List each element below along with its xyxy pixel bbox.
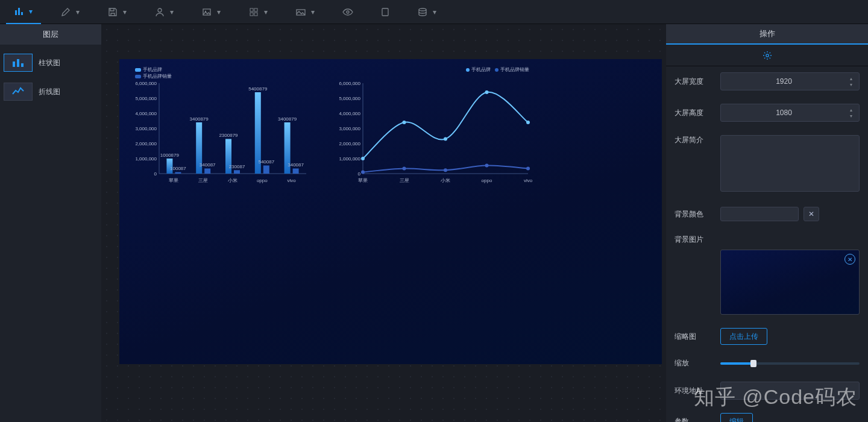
- svg-text:oppo: oppo: [482, 178, 492, 183]
- bar-chart-icon: [4, 54, 33, 72]
- svg-text:340087: 340087: [200, 162, 216, 168]
- image-icon: [201, 7, 212, 17]
- zoom-slider[interactable]: [720, 362, 860, 365]
- chevron-down-icon: ▾: [263, 9, 269, 15]
- layer-item-bar[interactable]: 柱状图: [4, 49, 98, 76]
- picture-icon: [295, 7, 306, 17]
- grid-icon: [248, 7, 259, 17]
- svg-rect-33: [204, 168, 210, 174]
- svg-rect-4: [203, 9, 210, 15]
- chevron-down-icon: ▾: [28, 8, 34, 14]
- svg-point-67: [444, 137, 447, 140]
- pen-icon: [60, 7, 71, 17]
- line-chart-icon: [4, 83, 33, 101]
- user-icon: [154, 7, 165, 17]
- svg-point-13: [419, 8, 426, 11]
- dashboard-screen[interactable]: 手机品牌 手机品牌销量 01,000,0002,000,0003,000,000…: [119, 59, 662, 364]
- bgcolor-clear-button[interactable]: ✕: [804, 207, 819, 221]
- chevron-down-icon: ▾: [169, 9, 175, 15]
- svg-text:vivo: vivo: [287, 178, 296, 183]
- chevron-down-icon: ▾: [310, 9, 316, 15]
- svg-point-73: [485, 163, 489, 167]
- svg-point-65: [361, 157, 365, 160]
- layer-item-line[interactable]: 折线图: [4, 78, 98, 105]
- canvas-area[interactable]: 手机品牌 手机品牌销量 01,000,0002,000,0003,000,000…: [101, 24, 666, 422]
- height-field[interactable]: [721, 109, 847, 117]
- toolbar-preview-button[interactable]: [335, 0, 360, 24]
- chevron-down-icon: ▾: [432, 9, 438, 15]
- toolbar-device-button[interactable]: [373, 0, 398, 24]
- gear-icon[interactable]: [763, 51, 772, 60]
- svg-point-69: [526, 121, 530, 124]
- step-up-icon[interactable]: ▴: [847, 107, 855, 113]
- top-toolbar: ▾ ▾ ▾ ▾ ▾ ▾ ▾ ▾: [0, 0, 868, 24]
- line-chart-widget[interactable]: 手机品牌 手机品牌销量 01,000,0002,000,0003,000,000…: [330, 65, 535, 186]
- database-icon: [417, 7, 428, 17]
- svg-rect-2: [21, 12, 23, 15]
- svg-rect-1: [18, 8, 20, 15]
- toolbar-image-button[interactable]: ▾: [194, 0, 229, 24]
- svg-text:oppo: oppo: [257, 178, 268, 183]
- svg-text:3,000,000: 3,000,000: [135, 126, 157, 131]
- svg-text:4,000,000: 4,000,000: [135, 111, 157, 116]
- toolbar-db-button[interactable]: ▾: [410, 0, 445, 24]
- svg-text:3400879: 3400879: [278, 116, 297, 122]
- svg-rect-48: [293, 168, 299, 174]
- upload-thumb-button[interactable]: 点击上传: [720, 328, 767, 345]
- height-input[interactable]: ▴▾: [720, 104, 860, 122]
- svg-rect-7: [254, 8, 257, 11]
- close-icon: ✕: [808, 210, 814, 218]
- svg-rect-38: [234, 170, 240, 174]
- svg-text:0: 0: [358, 171, 361, 177]
- prop-bgcolor-label: 背景颜色: [675, 209, 720, 219]
- toolbar-chart-button[interactable]: ▾: [6, 0, 41, 24]
- svg-rect-6: [250, 8, 253, 11]
- svg-text:三星: 三星: [400, 178, 409, 183]
- toolbar-picture-button[interactable]: ▾: [288, 0, 323, 24]
- prop-width-label: 大屏宽度: [675, 77, 720, 87]
- width-input[interactable]: ▴▾: [720, 72, 860, 90]
- step-up-icon[interactable]: ▴: [847, 75, 855, 81]
- zoom-slider-knob[interactable]: [750, 360, 756, 367]
- svg-text:540087: 540087: [258, 159, 274, 165]
- svg-point-3: [158, 8, 162, 12]
- env-input[interactable]: [720, 382, 860, 400]
- device-icon: [380, 7, 391, 17]
- layer-item-label: 折线图: [39, 87, 60, 97]
- toolbar-user-button[interactable]: ▾: [147, 0, 182, 24]
- svg-rect-0: [15, 10, 17, 15]
- toolbar-save-button[interactable]: ▾: [100, 0, 135, 24]
- svg-rect-9: [254, 13, 257, 16]
- param-edit-button[interactable]: 编辑: [720, 413, 753, 422]
- svg-text:苹果: 苹果: [358, 178, 368, 183]
- svg-point-74: [526, 166, 530, 170]
- svg-text:2300879: 2300879: [219, 133, 238, 138]
- chart-legend: 手机品牌 手机品牌销量: [466, 66, 529, 73]
- bgcolor-swatch[interactable]: [720, 207, 799, 221]
- bar-chart-widget[interactable]: 手机品牌 手机品牌销量 01,000,0002,000,0003,000,000…: [129, 65, 310, 186]
- svg-text:340087: 340087: [288, 162, 304, 168]
- bgimg-preview[interactable]: ✕: [720, 250, 860, 315]
- toolbar-edit-button[interactable]: ▾: [53, 0, 88, 24]
- step-down-icon[interactable]: ▾: [847, 81, 855, 87]
- svg-text:230087: 230087: [229, 164, 245, 169]
- width-field[interactable]: [721, 77, 847, 86]
- svg-point-70: [361, 170, 365, 174]
- layer-panel-title: 图层: [0, 24, 101, 45]
- properties-tabs: [666, 45, 868, 66]
- prop-zoom-label: 缩放: [675, 358, 720, 368]
- svg-text:2,000,000: 2,000,000: [339, 141, 360, 146]
- chevron-down-icon: ▾: [216, 9, 222, 15]
- prop-desc-label: 大屏简介: [675, 135, 720, 145]
- bgimg-delete-button[interactable]: ✕: [844, 254, 855, 265]
- svg-text:小米: 小米: [228, 178, 237, 183]
- chevron-down-icon: ▾: [75, 9, 81, 15]
- svg-text:5,000,000: 5,000,000: [339, 96, 360, 101]
- chart-bar-icon: [13, 6, 24, 17]
- svg-rect-12: [382, 8, 388, 16]
- desc-textarea[interactable]: [720, 135, 860, 192]
- toolbar-grid-button[interactable]: ▾: [241, 0, 276, 24]
- step-down-icon[interactable]: ▾: [847, 113, 855, 119]
- svg-rect-14: [13, 61, 15, 67]
- prop-bgimg-label: 背景图片: [675, 235, 720, 245]
